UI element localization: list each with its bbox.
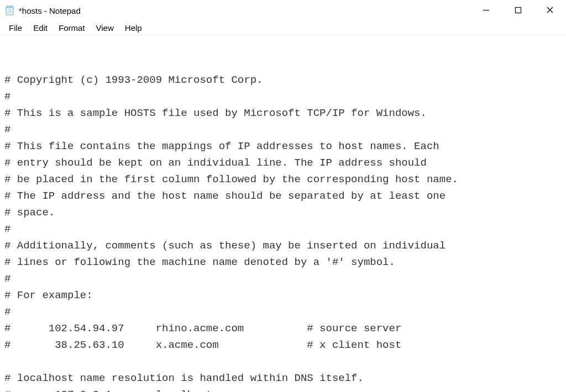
titlebar-left: *hosts - Notepad: [4, 5, 81, 16]
text-line: # be placed in the first column followed…: [4, 171, 562, 188]
maximize-button[interactable]: [502, 0, 534, 20]
text-line: # This is a sample HOSTS file used by Mi…: [4, 105, 562, 121]
text-line: # Additionally, comments (such as these)…: [4, 237, 562, 254]
close-button[interactable]: [534, 0, 566, 20]
menu-file[interactable]: File: [3, 22, 28, 34]
text-editor[interactable]: # Copyright (c) 1993-2009 Microsoft Corp…: [0, 35, 566, 392]
text-line: #: [4, 271, 562, 287]
text-line: # 38.25.63.10 x.acme.com # x client host: [4, 337, 562, 353]
menubar: File Edit Format View Help: [0, 21, 566, 35]
window-title: *hosts - Notepad: [19, 6, 81, 15]
menu-edit[interactable]: Edit: [28, 22, 53, 34]
maximize-icon: [515, 7, 522, 14]
minimize-button[interactable]: [470, 0, 502, 20]
text-line: # localhost name resolution is handled w…: [4, 370, 562, 386]
titlebar[interactable]: *hosts - Notepad: [0, 0, 566, 21]
notepad-icon: [4, 5, 15, 16]
menu-format[interactable]: Format: [53, 22, 91, 34]
text-line: #: [4, 121, 562, 138]
text-line: # entry should be kept on an individual …: [4, 155, 562, 171]
minimize-icon: [483, 7, 490, 14]
svg-rect-1: [6, 6, 13, 8]
text-line: # The IP address and the host name shoul…: [4, 188, 562, 204]
text-line: #: [4, 88, 562, 105]
text-line: # 127.0.0.1 localhost: [4, 386, 562, 392]
svg-rect-6: [515, 7, 521, 13]
text-line: #: [4, 304, 562, 320]
close-icon: [546, 6, 554, 14]
text-line: # This file contains the mappings of IP …: [4, 138, 562, 155]
menu-view[interactable]: View: [91, 22, 119, 34]
text-line: # space.: [4, 204, 562, 221]
text-line: # lines or following the machine name de…: [4, 254, 562, 271]
menu-help[interactable]: Help: [119, 22, 148, 34]
text-line: # Copyright (c) 1993-2009 Microsoft Corp…: [4, 72, 562, 88]
text-line: [4, 353, 562, 370]
text-line: # 102.54.94.97 rhino.acme.com # source s…: [4, 320, 562, 337]
text-line: # For example:: [4, 287, 562, 304]
window-controls: [470, 0, 566, 21]
text-line: #: [4, 221, 562, 237]
